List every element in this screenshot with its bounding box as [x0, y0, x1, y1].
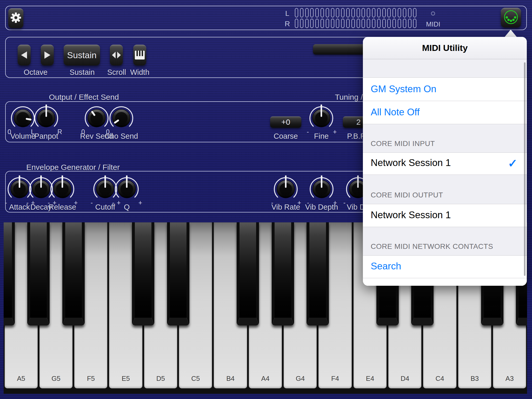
scroll-button[interactable]	[110, 45, 123, 65]
meter-segment	[362, 19, 365, 28]
key-label: D5	[144, 375, 177, 383]
meter-segment	[295, 8, 298, 17]
meter-segment	[346, 19, 350, 28]
meter-segment	[336, 8, 339, 17]
meter-segment	[372, 8, 375, 17]
meter-segment	[310, 8, 314, 17]
midi-activity-indicator	[431, 11, 435, 16]
scroll-arrows-icon	[112, 51, 121, 59]
popover-arrow	[504, 30, 517, 37]
section-header-text: CORE MIDI OUTPUT	[371, 191, 443, 199]
meter-segment	[300, 19, 303, 28]
meter-segment	[305, 19, 309, 28]
row-label: GM System On	[371, 84, 436, 95]
knob-min-label: -	[303, 128, 313, 136]
meter-segment	[336, 19, 339, 28]
popover-section-header: CORE MIDI OUTPUT	[363, 175, 527, 204]
meter-segment	[382, 19, 386, 28]
meter-segment	[331, 19, 334, 28]
black-key-as4[interactable]	[237, 222, 259, 325]
popover-row-network-session-1[interactable]: Network Session 1✓	[363, 152, 527, 175]
black-key-as5[interactable]	[4, 222, 15, 325]
meter-segment	[398, 19, 401, 28]
key-label: B3	[458, 375, 491, 383]
meter-segment	[393, 8, 396, 17]
meter-segment	[362, 8, 365, 17]
sustain-label: Sustain	[70, 68, 95, 77]
meter-segment	[408, 19, 411, 28]
meter-right-label: R	[285, 20, 290, 28]
meter-segment	[387, 8, 391, 17]
black-key-fs4[interactable]	[307, 222, 329, 325]
black-key-fs5[interactable]	[62, 222, 85, 325]
meter-segment	[341, 19, 344, 28]
key-label: C4	[423, 375, 456, 383]
knob-label: Panpot	[34, 132, 58, 141]
black-key-gs5[interactable]	[27, 222, 50, 325]
settings-button[interactable]: /**/	[8, 8, 23, 28]
popover-section-header: CORE MIDI INPUT	[363, 124, 527, 152]
meter-segment	[331, 8, 334, 17]
popover-row-search[interactable]: Search	[363, 255, 527, 278]
knob-label: Fine	[314, 132, 329, 141]
value-button-coarse[interactable]: +0	[270, 116, 301, 128]
width-label: Width	[130, 68, 149, 77]
key-label: C5	[179, 375, 212, 383]
key-label: F5	[74, 375, 107, 383]
octave-label: Octave	[24, 68, 48, 77]
sustain-button-text: Sustain	[67, 50, 96, 60]
key-width-button[interactable]	[133, 45, 146, 65]
knob-label: Vib Depth	[305, 203, 338, 211]
meter-segment	[413, 8, 416, 17]
midi-utility-popover: MIDI Utility GM System OnAll Note OffCOR…	[363, 37, 527, 286]
meter-left-label: L	[285, 9, 289, 18]
sustain-button[interactable]: Sustain	[64, 45, 100, 65]
meter-segment	[295, 19, 298, 28]
popover-row-all-note-off[interactable]: All Note Off	[363, 101, 527, 124]
popover-section-header: CORE MIDI NETWORK CONTACTS	[363, 227, 527, 255]
key-label: G5	[39, 375, 72, 383]
meter-segment	[321, 19, 324, 28]
meter-segment	[326, 19, 329, 28]
meter-segment	[351, 19, 355, 28]
midi-utility-button[interactable]	[501, 8, 521, 28]
meter-segment	[408, 8, 411, 17]
meter-segment	[377, 19, 381, 28]
meter-segment	[377, 8, 381, 17]
keyboard-icon	[135, 50, 145, 60]
key-label: A4	[249, 375, 282, 383]
octave-up-button[interactable]	[41, 45, 54, 65]
octave-down-button[interactable]	[18, 45, 31, 65]
knob-label: Q	[124, 203, 130, 211]
meter-segment	[321, 8, 324, 17]
popover-row-network-session-1[interactable]: Network Session 1	[363, 204, 527, 227]
meter-segment	[351, 8, 355, 17]
popover-title: MIDI Utility	[363, 37, 527, 59]
row-label: Network Session 1	[371, 210, 451, 221]
popover-scrollbar[interactable]	[524, 62, 526, 276]
program-display[interactable]	[313, 44, 365, 55]
popover-tail	[363, 278, 527, 286]
key-label: B4	[214, 375, 247, 383]
meter-segment	[305, 8, 309, 17]
scroll-label: Scroll	[107, 68, 126, 77]
row-label: All Note Off	[371, 107, 420, 118]
key-label: G4	[284, 375, 317, 383]
key-label: A3	[493, 375, 526, 383]
right-arrow-icon	[43, 51, 52, 59]
app-root: /**/ L R MIDI Octave	[0, 0, 532, 399]
meter-segment	[341, 8, 344, 17]
black-key-ds5[interactable]	[132, 222, 154, 325]
meter-segment	[413, 19, 416, 28]
meter-segment	[326, 8, 329, 17]
left-arrow-icon	[20, 51, 29, 59]
popover-row-gm-system-on[interactable]: GM System On	[363, 77, 527, 101]
meter-segment	[382, 8, 386, 17]
black-key-cs5[interactable]	[167, 222, 189, 325]
value-button-label: Coarse	[274, 132, 298, 141]
meter-segment	[310, 19, 314, 28]
meter-segment	[367, 8, 370, 17]
row-label: Network Session 1	[371, 157, 451, 168]
black-key-gs4[interactable]	[272, 222, 294, 325]
midi-din-icon	[503, 9, 519, 26]
